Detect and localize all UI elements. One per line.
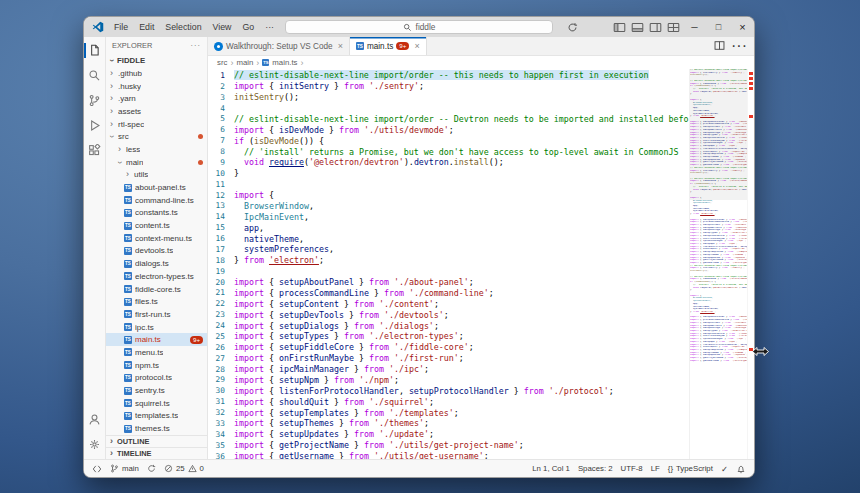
code-line-10[interactable]: 10} (208, 168, 689, 179)
explorer-icon[interactable] (84, 38, 106, 63)
code-line-23[interactable]: 23import { setupDevTools } from './devto… (208, 309, 689, 320)
explorer-more-actions-icon[interactable]: ··· (191, 41, 201, 50)
code-line-18[interactable]: 18} from 'electron'; (208, 255, 689, 266)
code-line-5[interactable]: 5// eslint-disable-next-line import/orde… (208, 114, 689, 125)
code-line-6[interactable]: 6import { isDevMode } from './utils/devm… (208, 124, 689, 135)
settings-gear-icon[interactable] (84, 432, 106, 457)
code-line-8[interactable]: 8 // 'install' returns a Promise, but we… (208, 146, 689, 157)
code-line-4[interactable]: 4 (208, 103, 689, 114)
tree-item-about-panel.ts[interactable]: TSabout-panel.ts (106, 181, 207, 194)
breadcrumb-main[interactable]: main (236, 58, 253, 67)
tree-item-ipc.ts[interactable]: TSipc.ts (106, 321, 207, 334)
code-line-33[interactable]: 33import { setupThemes } from './themes'… (208, 418, 689, 429)
code-line-2[interactable]: 2import { initSentry } from './sentry'; (208, 81, 689, 92)
encoding[interactable]: UTF-8 (621, 464, 643, 473)
menu-edit[interactable]: Edit (134, 20, 159, 34)
command-center-search[interactable]: fiddle (285, 20, 553, 34)
code-line-32[interactable]: 32import { setupTemplates } from './temp… (208, 407, 689, 418)
run-debug-icon[interactable] (84, 113, 106, 138)
tree-item-main.ts[interactable]: TSmain.ts9+ (106, 333, 207, 346)
close-tab-icon[interactable]: × (414, 41, 419, 51)
tree-item-files.ts[interactable]: TSfiles.ts (106, 295, 207, 308)
tree-item-npm.ts[interactable]: TSnpm.ts (106, 359, 207, 372)
source-control-icon[interactable] (84, 88, 106, 113)
menu-view[interactable]: View (208, 20, 237, 34)
tree-item-assets[interactable]: ›assets (106, 105, 207, 118)
code-line-11[interactable]: 11 (208, 179, 689, 190)
remote-indicator[interactable] (92, 464, 102, 474)
minimap-slider[interactable] (690, 69, 747, 200)
tab-walkthrough[interactable]: Walkthrough: Setup VS Code × (208, 37, 350, 55)
git-branch-status[interactable]: main (110, 464, 139, 473)
toggle-primary-sidebar-icon[interactable] (611, 19, 628, 35)
tree-item-dialogs.ts[interactable]: TSdialogs.ts (106, 257, 207, 270)
cursor-position[interactable]: Ln 1, Col 1 (532, 464, 570, 473)
tree-item-src[interactable]: ›src (106, 130, 207, 143)
outline-section[interactable]: › OUTLINE (106, 435, 207, 447)
extensions-icon[interactable] (84, 138, 106, 163)
close-button[interactable]: × (731, 17, 754, 37)
code-line-13[interactable]: 13 BrowserWindow, (208, 201, 689, 212)
menu-file[interactable]: File (109, 20, 133, 34)
account-icon[interactable] (84, 407, 106, 432)
notifications-bell-icon[interactable] (736, 464, 746, 474)
code-line-25[interactable]: 25import { setupTypes } from './electron… (208, 331, 689, 342)
split-editor-icon[interactable] (714, 37, 725, 55)
tree-item-command-line.ts[interactable]: TScommand-line.ts (106, 194, 207, 207)
tree-item-devtools.ts[interactable]: TSdevtools.ts (106, 245, 207, 258)
tree-item-first-run.ts[interactable]: TSfirst-run.ts (106, 308, 207, 321)
close-tab-icon[interactable]: × (338, 41, 343, 51)
tree-item-themes.ts[interactable]: TSthemes.ts (106, 422, 207, 435)
code-line-3[interactable]: 3initSentry(); (208, 92, 689, 103)
code-line-7[interactable]: 7if (isDevMode()) { (208, 135, 689, 146)
tab-main-ts[interactable]: TS main.ts 9+ × (350, 37, 427, 55)
code-line-21[interactable]: 21import { processCommandLine } from './… (208, 288, 689, 299)
language-mode[interactable]: {} TypeScript (668, 464, 713, 473)
tree-item-protocol.ts[interactable]: TSprotocol.ts (106, 372, 207, 385)
code-line-26[interactable]: 26import { setupFiddleCore } from './fid… (208, 342, 689, 353)
eol-sequence[interactable]: LF (651, 464, 660, 473)
tree-item-less[interactable]: ›less (106, 143, 207, 156)
code-line-35[interactable]: 35import { getProjectName } from './util… (208, 440, 689, 451)
code-line-15[interactable]: 15 app, (208, 222, 689, 233)
tree-item-.github[interactable]: ›.github (106, 67, 207, 80)
breadcrumb-main-ts[interactable]: main.ts (272, 58, 297, 67)
code-line-17[interactable]: 17 systemPreferences, (208, 244, 689, 255)
tree-item-.yarn[interactable]: ›.yarn (106, 92, 207, 105)
code-line-29[interactable]: 29import { setupNpm } from './npm'; (208, 375, 689, 386)
tree-item-content.ts[interactable]: TScontent.ts (106, 219, 207, 232)
code-line-1[interactable]: 1// eslint-disable-next-line import/orde… (208, 70, 689, 81)
tree-item-squirrel.ts[interactable]: TSsquirrel.ts (106, 397, 207, 410)
customize-layout-icon[interactable] (665, 19, 682, 35)
code-line-27[interactable]: 27import { onFirstRunMaybe } from './fir… (208, 353, 689, 364)
minimap[interactable]: // eslint-disable-next-line import/order… (689, 69, 747, 459)
code-line-30[interactable]: 30import { listenForProtocolHandler, set… (208, 385, 689, 396)
code-line-36[interactable]: 36import { getUsername } from './utils/g… (208, 451, 689, 459)
code-lines[interactable]: 1// eslint-disable-next-line import/orde… (208, 69, 689, 459)
tree-item-fiddle-core.ts[interactable]: TSfiddle-core.ts (106, 283, 207, 296)
tree-item-electron-types.ts[interactable]: TSelectron-types.ts (106, 270, 207, 283)
code-line-28[interactable]: 28import { ipcMainManager } from './ipc'… (208, 364, 689, 375)
tree-item-sentry.ts[interactable]: TSsentry.ts (106, 384, 207, 397)
timeline-section[interactable]: › TIMELINE (106, 447, 207, 459)
tree-item-rtl-spec[interactable]: ›rtl-spec (106, 118, 207, 131)
tree-item-constants.ts[interactable]: TSconstants.ts (106, 207, 207, 220)
search-activity-icon[interactable] (84, 63, 106, 88)
code-line-20[interactable]: 20import { setupAboutPanel } from './abo… (208, 277, 689, 288)
overview-ruler[interactable] (747, 69, 754, 459)
tree-item-context-menu.ts[interactable]: TScontext-menu.ts (106, 232, 207, 245)
code-line-24[interactable]: 24import { setupDialogs } from './dialog… (208, 320, 689, 331)
code-line-19[interactable]: 19 (208, 266, 689, 277)
tree-item-.husky[interactable]: ›.husky (106, 80, 207, 93)
code-line-12[interactable]: 12import { (208, 190, 689, 201)
sync-changes-icon[interactable] (147, 464, 156, 473)
code-line-16[interactable]: 16 nativeTheme, (208, 233, 689, 244)
tree-item-utils[interactable]: ›utils (106, 169, 207, 182)
code-line-34[interactable]: 34import { setupUpdates } from './update… (208, 429, 689, 440)
tree-item-templates.ts[interactable]: TStemplates.ts (106, 410, 207, 423)
breadcrumb-src[interactable]: src (217, 58, 227, 67)
tree-item-main[interactable]: ›main (106, 156, 207, 169)
minimize-button[interactable]: ─ (683, 17, 706, 37)
menu-selection[interactable]: Selection (160, 20, 206, 34)
toggle-secondary-sidebar-icon[interactable] (647, 19, 664, 35)
